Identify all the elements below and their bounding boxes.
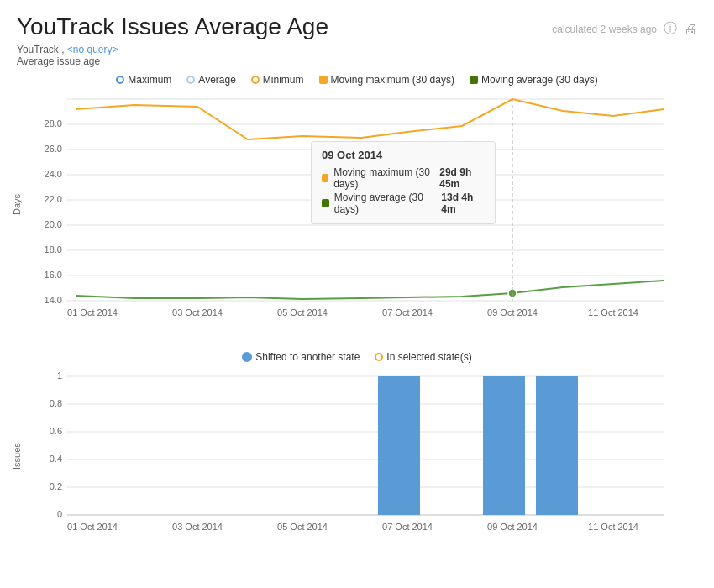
- legend-in-state: In selected state(s): [375, 351, 471, 363]
- svg-text:09 Oct 2014: 09 Oct 2014: [487, 307, 538, 318]
- chart-description: Average issue age: [17, 55, 100, 67]
- info-icon[interactable]: ⓘ: [664, 20, 677, 38]
- bar-y-axis-label: Issues: [8, 368, 25, 544]
- legend-in-state-dot: [375, 353, 383, 361]
- line-chart-legend: Maximum Average Minimum Moving maximum (…: [8, 74, 706, 86]
- legend-maximum-dot: [116, 76, 124, 84]
- legend-minimum: Minimum: [251, 74, 304, 86]
- svg-text:0.8: 0.8: [50, 398, 62, 408]
- svg-text:05 Oct 2014: 05 Oct 2014: [277, 307, 328, 318]
- legend-average-label: Average: [198, 74, 235, 86]
- line-chart-wrapper: Days: [8, 91, 706, 318]
- legend-shifted-label: Shifted to another state: [255, 351, 360, 363]
- svg-text:1: 1: [57, 370, 62, 381]
- svg-text:07 Oct 2014: 07 Oct 2014: [382, 522, 433, 532]
- bar-07oct: [378, 376, 420, 515]
- bar-chart-wrapper: Issues 0 0.2 0.4 0.6 0.8 1: [8, 368, 706, 544]
- line-chart-inner: 14.0 16.0 18.0 20.0 22.0 24.0 26.0 28.0 …: [25, 91, 706, 318]
- legend-moving-avg-label: Moving average (30 days): [481, 74, 598, 86]
- project-name: YouTrack: [17, 44, 59, 55]
- legend-moving-max-label: Moving maximum (30 days): [331, 74, 454, 86]
- svg-text:03 Oct 2014: 03 Oct 2014: [172, 307, 223, 318]
- bar-chart-legend: Shifted to another state In selected sta…: [8, 351, 706, 363]
- line-chart-container: Maximum Average Minimum Moving maximum (…: [8, 74, 706, 343]
- header-right: calculated 2 weeks ago ⓘ 🖨: [552, 20, 697, 38]
- page-title: YouTrack Issues Average Age: [17, 13, 328, 40]
- svg-text:0: 0: [57, 509, 62, 519]
- svg-text:28.0: 28.0: [45, 118, 62, 129]
- legend-average: Average: [186, 74, 235, 86]
- svg-text:24.0: 24.0: [45, 169, 62, 179]
- svg-text:01 Oct 2014: 01 Oct 2014: [67, 522, 118, 532]
- svg-text:22.0: 22.0: [45, 194, 62, 204]
- query-link[interactable]: <no query>: [67, 44, 118, 55]
- calculated-time: calculated 2 weeks ago: [552, 24, 657, 35]
- svg-text:09 Oct 2014: 09 Oct 2014: [487, 522, 538, 532]
- legend-average-dot: [186, 76, 195, 84]
- svg-text:0.4: 0.4: [50, 454, 62, 464]
- svg-text:05 Oct 2014: 05 Oct 2014: [277, 522, 328, 532]
- page-header: YouTrack Issues Average Age calculated 2…: [0, 0, 714, 44]
- svg-text:11 Oct 2014: 11 Oct 2014: [588, 522, 638, 532]
- svg-text:03 Oct 2014: 03 Oct 2014: [172, 522, 223, 532]
- bar-10oct: [536, 376, 578, 515]
- legend-minimum-label: Minimum: [263, 74, 304, 86]
- svg-text:07 Oct 2014: 07 Oct 2014: [382, 307, 433, 318]
- print-icon[interactable]: 🖨: [684, 22, 697, 37]
- legend-moving-avg: Moving average (30 days): [470, 74, 598, 86]
- legend-shifted-dot: [242, 352, 252, 362]
- legend-moving-avg-dot: [470, 76, 478, 84]
- svg-text:26.0: 26.0: [45, 144, 62, 154]
- svg-text:20.0: 20.0: [45, 219, 62, 229]
- svg-text:16.0: 16.0: [45, 270, 62, 280]
- bar-chart-svg: 0 0.2 0.4 0.6 0.8 1 01 Oct: [25, 368, 680, 544]
- svg-text:11 Oct 2014: 11 Oct 2014: [588, 307, 638, 318]
- svg-text:18.0: 18.0: [45, 244, 62, 255]
- chart-area: Maximum Average Minimum Moving maximum (…: [0, 74, 714, 561]
- legend-in-state-label: In selected state(s): [386, 351, 471, 363]
- legend-moving-max-dot: [319, 76, 328, 84]
- svg-text:0.6: 0.6: [50, 426, 62, 436]
- bar-09oct: [483, 376, 525, 515]
- line-chart-svg: 14.0 16.0 18.0 20.0 22.0 24.0 26.0 28.0 …: [25, 91, 680, 318]
- svg-text:01 Oct 2014: 01 Oct 2014: [67, 307, 118, 318]
- line-y-axis-label: Days: [8, 91, 25, 318]
- bar-chart-container: Shifted to another state In selected sta…: [8, 351, 706, 561]
- legend-maximum: Maximum: [116, 74, 171, 86]
- subtitle-area: YouTrack , <no query> Average issue age: [0, 44, 714, 74]
- bar-chart-inner: 0 0.2 0.4 0.6 0.8 1 01 Oct: [25, 368, 706, 544]
- legend-moving-max: Moving maximum (30 days): [319, 74, 454, 86]
- legend-maximum-label: Maximum: [128, 74, 171, 86]
- svg-text:14.0: 14.0: [45, 295, 62, 305]
- svg-text:0.2: 0.2: [50, 481, 62, 491]
- legend-minimum-dot: [251, 76, 260, 84]
- legend-shifted: Shifted to another state: [242, 351, 360, 363]
